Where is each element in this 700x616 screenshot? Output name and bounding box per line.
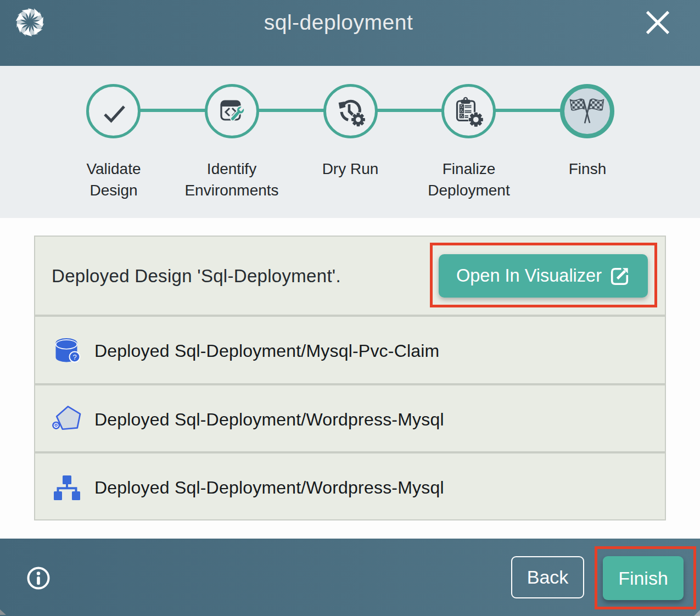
svg-text:?: ? [72,353,76,361]
